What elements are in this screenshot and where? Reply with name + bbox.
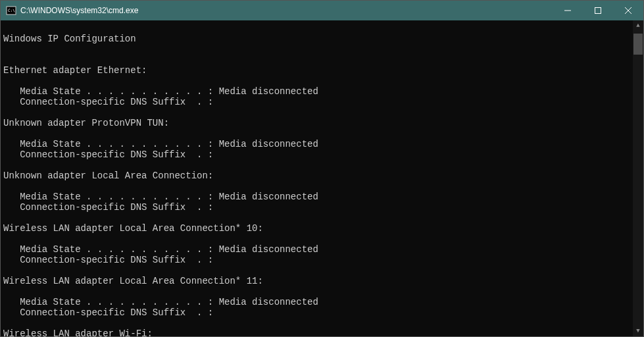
terminal-line: Wireless LAN adapter Local Area Connecti… <box>3 276 639 286</box>
terminal-line: Media State . . . . . . . . . . . : Medi… <box>3 244 639 255</box>
terminal-area: Windows IP ConfigurationEthernet adapter… <box>1 20 643 336</box>
terminal-line: Media State . . . . . . . . . . . : Medi… <box>3 86 639 97</box>
terminal-line <box>3 23 639 34</box>
terminal-line: Media State . . . . . . . . . . . : Medi… <box>3 297 639 307</box>
terminal-line: Media State . . . . . . . . . . . : Medi… <box>3 192 639 202</box>
terminal-line <box>3 128 639 139</box>
terminal-line: Connection-specific DNS Suffix . : <box>3 255 639 265</box>
minimize-button[interactable] <box>553 1 583 20</box>
window-controls <box>553 1 643 20</box>
terminal-line: Connection-specific DNS Suffix . : <box>3 202 639 213</box>
scroll-up-arrow[interactable]: ▲ <box>633 20 643 31</box>
terminal-line <box>3 318 639 328</box>
terminal-line: Ethernet adapter Ethernet: <box>3 65 639 76</box>
scroll-down-arrow[interactable]: ▼ <box>633 326 643 336</box>
terminal-line: Connection-specific DNS Suffix . : <box>3 307 639 318</box>
terminal-line <box>3 286 639 297</box>
svg-rect-3 <box>595 8 601 14</box>
terminal-line <box>3 265 639 276</box>
terminal-line <box>3 234 639 244</box>
scrollbar[interactable]: ▲ ▼ <box>633 20 643 336</box>
close-button[interactable] <box>613 1 643 20</box>
terminal-line: Wireless LAN adapter Wi-Fi: <box>3 328 639 336</box>
terminal-line: Windows IP Configuration <box>3 34 639 44</box>
terminal-line: Wireless LAN adapter Local Area Connecti… <box>3 223 639 234</box>
titlebar[interactable]: C:\ C:\WINDOWS\system32\cmd.exe <box>1 1 643 20</box>
terminal-line: Connection-specific DNS Suffix . : <box>3 149 639 160</box>
terminal-line: Unknown adapter Local Area Connection: <box>3 170 639 181</box>
maximize-button[interactable] <box>583 1 613 20</box>
terminal-line <box>3 76 639 86</box>
terminal-line: Unknown adapter ProtonVPN TUN: <box>3 118 639 128</box>
terminal-output[interactable]: Windows IP ConfigurationEthernet adapter… <box>1 20 643 336</box>
cmd-icon: C:\ <box>6 5 16 16</box>
scrollbar-thumb[interactable] <box>633 34 643 55</box>
terminal-line <box>3 213 639 223</box>
terminal-line: Connection-specific DNS Suffix . : <box>3 97 639 107</box>
svg-text:C:\: C:\ <box>8 8 15 13</box>
cmd-window: C:\ C:\WINDOWS\system32\cmd.exe Windows … <box>0 0 644 337</box>
terminal-line <box>3 55 639 65</box>
terminal-line <box>3 44 639 55</box>
terminal-line <box>3 160 639 170</box>
window-title: C:\WINDOWS\system32\cmd.exe <box>20 6 553 15</box>
terminal-line <box>3 107 639 118</box>
terminal-line <box>3 181 639 192</box>
terminal-line: Media State . . . . . . . . . . . : Medi… <box>3 139 639 149</box>
